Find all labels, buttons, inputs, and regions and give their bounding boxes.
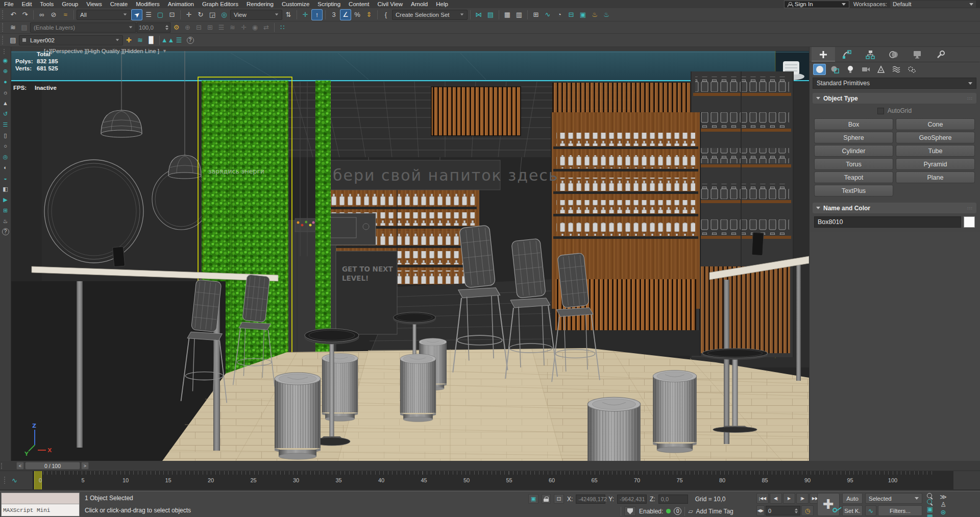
ottoman-stool[interactable] <box>275 373 321 459</box>
menu-item[interactable]: Views <box>82 1 106 7</box>
menu-item[interactable]: Help <box>432 1 452 7</box>
torus-icon[interactable]: ○ <box>1 141 10 151</box>
window-crossing-toggle-icon[interactable]: ⊡ <box>166 9 178 20</box>
menu-item[interactable]: Graph Editors <box>198 1 242 7</box>
hemisphere-icon[interactable]: ◐ <box>1 163 10 172</box>
swap-layers-icon[interactable]: ⇄ <box>261 22 272 33</box>
isolate-selection-icon[interactable]: ▣ <box>528 494 538 504</box>
maxscript-mini-listener[interactable]: MAXScript Mini <box>1 493 80 516</box>
object-type-button[interactable]: Cone <box>896 118 975 130</box>
spinner-snap-toggle-icon[interactable]: ⇕ <box>363 9 375 20</box>
unlink-selection-icon[interactable]: ⊘ <box>48 9 59 20</box>
menu-item[interactable]: Modifiers <box>132 1 164 7</box>
copy-layer-icon[interactable]: ⊞ <box>205 22 215 33</box>
enable-layers-dropdown[interactable]: (Enable Layers) <box>30 22 136 33</box>
redo-icon[interactable]: ↷ <box>19 9 31 20</box>
menu-item[interactable]: Group <box>58 1 82 7</box>
dome-light-icon[interactable]: ◒ <box>1 174 10 183</box>
object-type-button[interactable]: Plane <box>896 171 975 183</box>
time-slider[interactable]: 0 / 100 <box>25 462 80 470</box>
orbit-icon[interactable]: ⊛ <box>937 508 949 516</box>
menu-item[interactable]: Edit <box>18 1 36 7</box>
mini-curve-editor-icon[interactable]: ∿ <box>12 477 17 484</box>
viewport-quality-menu[interactable]: [High Quality ] <box>86 48 123 54</box>
layers-stack-icon[interactable]: ≋ <box>8 22 18 33</box>
go-to-start-button[interactable]: |◀◀ <box>756 493 769 504</box>
grid-create-icon[interactable]: ⊞ <box>1 206 10 215</box>
ottoman-stool[interactable] <box>653 371 697 453</box>
object-name-field[interactable]: Box8010 <box>814 216 961 228</box>
right-shelf-unit[interactable] <box>691 71 793 357</box>
selection-set-dropdown[interactable]: Selected <box>865 493 922 504</box>
environment-icon[interactable]: ↺ <box>1 109 10 118</box>
toolbar-grip[interactable] <box>2 10 5 19</box>
create-new-layer-icon[interactable]: ✚ <box>124 35 134 45</box>
zoom-extents-icon[interactable]: ▣ <box>924 505 936 513</box>
z-coordinate-field[interactable]: 0,0 <box>658 495 688 504</box>
preview-icon[interactable]: ▶ <box>1 195 10 204</box>
object-type-button[interactable]: TextPlus <box>814 185 893 196</box>
menu-item[interactable]: File <box>0 1 18 7</box>
object-type-button[interactable]: Cylinder <box>814 145 893 157</box>
object-list-icon[interactable]: ☰ <box>1 120 10 129</box>
viewport-canvas[interactable]: бери свой напиток здесь <box>11 47 809 461</box>
sign-in-button[interactable]: Sign In <box>784 1 849 8</box>
menu-item[interactable]: Civil View <box>373 1 407 7</box>
category-shapes[interactable] <box>828 64 841 75</box>
rectangular-selection-region-icon[interactable]: ▢ <box>155 9 166 20</box>
menu-item[interactable]: Scripting <box>313 1 345 7</box>
current-frame-field[interactable]: 0 <box>766 506 800 515</box>
ottoman-stool[interactable] <box>400 354 436 422</box>
name-and-color-rollout[interactable]: Name and Color ::: <box>813 203 976 213</box>
autogrid-checkbox[interactable] <box>877 108 884 114</box>
foliage-icon[interactable]: ▲ <box>1 99 10 108</box>
target-icon[interactable]: ◎ <box>1 152 10 161</box>
time-configuration-button[interactable]: ◷ <box>801 505 814 516</box>
workspace-dropdown[interactable]: Default <box>890 1 976 8</box>
object-type-button[interactable]: GeoSphere <box>896 132 975 143</box>
layer-opacity-spinner[interactable]: 100,0 <box>137 22 170 33</box>
x-coordinate-field[interactable]: -42498,172 <box>576 495 605 504</box>
bind-to-space-warp-icon[interactable]: ≈ <box>60 9 71 20</box>
toggle-scene-explorer-icon[interactable]: ▦ <box>502 9 513 20</box>
merge-layer-icon[interactable]: ≋ <box>227 22 238 33</box>
schematic-view-icon[interactable]: ∿ <box>542 9 553 20</box>
category-cameras[interactable] <box>859 64 872 75</box>
object-type-button[interactable]: Torus <box>814 158 893 170</box>
set-keys-button[interactable]: ✚ <box>817 493 840 516</box>
kiosk[interactable]: GET TO NEXT LEVEL! <box>336 251 397 334</box>
render-iterative-icon[interactable]: ♨ <box>601 9 612 20</box>
rendered-frame-window-icon[interactable]: ▣ <box>577 9 589 20</box>
sun-light-icon[interactable]: ☼ <box>1 88 10 97</box>
render-production-icon[interactable]: ♨ <box>589 9 600 20</box>
named-selection-sets-dropdown[interactable]: Create Selection Set <box>392 10 468 20</box>
mirror-icon[interactable]: ⋈ <box>473 9 484 20</box>
delete-layer-icon[interactable]: ⊟ <box>193 22 204 33</box>
tab-utilities[interactable] <box>929 47 952 62</box>
select-and-scale-icon[interactable]: ◲ <box>207 9 218 20</box>
viewport-style-menu[interactable]: [Hidden Line ] <box>123 48 159 54</box>
select-and-link-icon[interactable]: ∞ <box>36 9 47 20</box>
material-editor-icon[interactable]: ◔ <box>554 9 565 20</box>
shield-icon[interactable] <box>624 506 636 516</box>
menu-item[interactable]: Animation <box>164 1 198 7</box>
reference-coordinate-dropdown[interactable]: View <box>230 10 282 20</box>
teapot-icon[interactable]: ♨ <box>1 216 10 226</box>
curve-editor-icon[interactable]: ⊞ <box>530 9 542 20</box>
select-and-manipulate-icon[interactable]: ✛ <box>300 9 311 20</box>
category-helpers[interactable] <box>874 64 887 75</box>
isolate-toggle-icon[interactable]: ▉ <box>146 35 157 45</box>
add-selection-to-layer-icon[interactable]: ⊕ <box>182 22 193 33</box>
layer-properties-icon[interactable]: ▤ <box>19 22 30 33</box>
select-and-rotate-icon[interactable]: ↻ <box>195 9 206 20</box>
ottoman-stool[interactable] <box>322 354 358 422</box>
auto-key-button[interactable]: Auto <box>842 493 863 504</box>
window-icon[interactable]: ◧ <box>1 184 10 193</box>
help-strip-icon[interactable]: ? <box>1 227 10 236</box>
camera-icon[interactable]: ◉ <box>1 56 10 65</box>
filters-button[interactable]: Filters... <box>878 505 922 516</box>
menu-item[interactable]: Arnold <box>407 1 432 7</box>
play-button[interactable]: ▶ <box>783 493 795 504</box>
manage-layers-icon[interactable]: ≋ <box>135 35 145 45</box>
previous-frame-slider-button[interactable]: < <box>16 462 24 470</box>
